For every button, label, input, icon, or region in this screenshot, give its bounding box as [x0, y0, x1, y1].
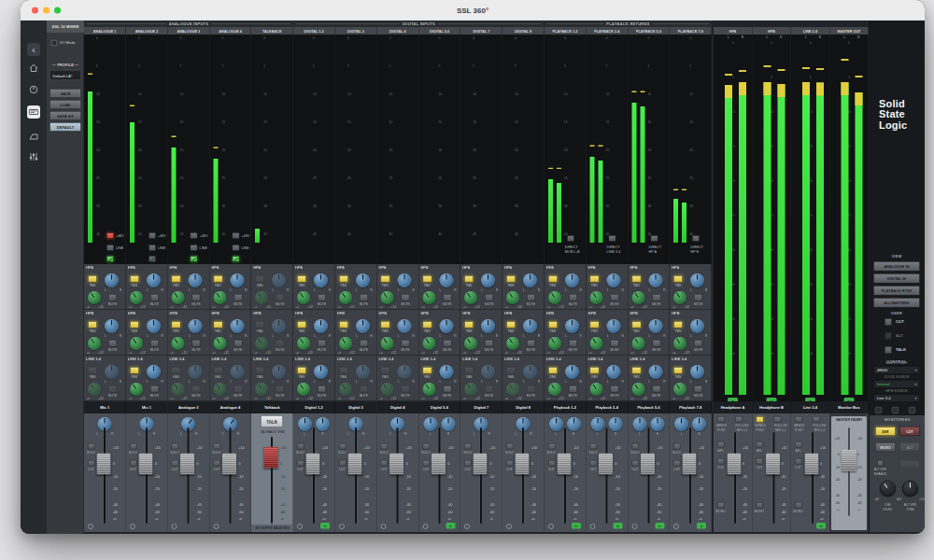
fader-handle[interactable] — [180, 454, 194, 475]
pan-enable-button[interactable] — [590, 275, 600, 283]
pan-knob[interactable] — [398, 273, 412, 287]
pan-enable-button[interactable] — [590, 321, 600, 329]
pan-enable-button[interactable] — [130, 367, 139, 374]
level-knob[interactable] — [88, 383, 101, 396]
fader-track[interactable] — [397, 427, 399, 524]
pan-enable-button[interactable] — [548, 367, 558, 374]
pan-enable-button[interactable] — [339, 367, 348, 374]
pan-knob[interactable] — [523, 365, 537, 379]
pan-knob[interactable] — [230, 319, 244, 333]
pan-knob[interactable] — [272, 319, 286, 333]
mute-button[interactable] — [234, 385, 242, 393]
channel-pan-knob-left[interactable] — [549, 417, 563, 431]
solo-button[interactable] — [422, 443, 430, 450]
mute-button[interactable] — [150, 385, 159, 393]
channel-pan-knob-left[interactable] — [423, 417, 437, 431]
level-knob[interactable] — [506, 291, 519, 304]
mute-button[interactable] — [652, 340, 660, 347]
level-knob[interactable] — [213, 383, 226, 396]
level-knob[interactable] — [422, 383, 435, 396]
mono-button[interactable] — [757, 502, 764, 509]
pan-enable-button[interactable] — [464, 321, 474, 329]
pan-enable-button[interactable] — [673, 367, 683, 374]
level-knob[interactable] — [548, 337, 561, 350]
level-knob[interactable] — [464, 291, 477, 304]
solo-button[interactable] — [381, 443, 389, 450]
fader-handle[interactable] — [389, 454, 403, 475]
view-button-analogue-in[interactable]: ANALOGUE IN — [873, 261, 920, 272]
pan-knob[interactable] — [690, 365, 704, 379]
talkback-fader-handle[interactable] — [264, 447, 278, 469]
channel-options-icon[interactable] — [213, 524, 219, 529]
pan-enable-button[interactable] — [673, 275, 683, 283]
mute-button[interactable] — [234, 340, 242, 347]
mono-button[interactable] — [717, 502, 725, 509]
mute-button[interactable] — [527, 294, 535, 301]
fader-handle[interactable] — [138, 454, 152, 475]
control-dropdown-sample-rate[interactable]: 48000▾ — [873, 366, 920, 374]
mute-button[interactable] — [360, 340, 368, 347]
fader-handle[interactable] — [557, 454, 571, 475]
mute-button[interactable] — [611, 385, 619, 393]
pan-knob[interactable] — [648, 273, 662, 287]
solo-button[interactable] — [172, 443, 179, 450]
pan-knob[interactable] — [648, 365, 662, 379]
stereo-link-icon[interactable]: ∞ — [614, 523, 623, 529]
pan-knob[interactable] — [105, 319, 119, 333]
pan-knob[interactable] — [523, 319, 537, 333]
panel-icon-2[interactable] — [892, 407, 899, 413]
mute-button[interactable] — [569, 385, 577, 393]
follow-mix-button[interactable] — [813, 416, 820, 423]
master-fader-track[interactable] — [848, 427, 850, 516]
faders-icon[interactable] — [27, 150, 40, 163]
solo-button[interactable] — [631, 443, 639, 450]
talk-button[interactable]: TALK — [261, 415, 283, 427]
fader-track[interactable] — [480, 427, 482, 524]
hpf-filter-icon[interactable] — [149, 256, 156, 262]
solo-button[interactable] — [297, 443, 304, 450]
pan-enable-button[interactable] — [130, 321, 139, 329]
mute-button[interactable] — [318, 385, 326, 393]
mute-button[interactable] — [485, 385, 493, 393]
fader-track[interactable] — [313, 427, 315, 524]
level-knob[interactable] — [506, 383, 519, 396]
fader-track[interactable] — [734, 432, 736, 524]
cut-button[interactable] — [381, 460, 389, 467]
pan-enable-button[interactable] — [673, 321, 683, 329]
pan-enable-button[interactable] — [255, 367, 264, 374]
cut-button[interactable] — [88, 460, 95, 467]
channel-options-icon[interactable] — [548, 524, 554, 529]
fader-handle[interactable] — [641, 454, 655, 475]
channel-pan-knob-left[interactable] — [298, 417, 312, 431]
mute-button[interactable] — [527, 385, 535, 393]
back-icon[interactable]: ‹ — [27, 43, 40, 56]
pan-enable-button[interactable] — [172, 367, 181, 374]
level-knob[interactable] — [506, 337, 519, 350]
stereo-link-icon[interactable]: ∞ — [655, 523, 664, 529]
mute-button[interactable] — [402, 294, 410, 301]
fader-track[interactable] — [146, 427, 148, 524]
mute-button[interactable] — [652, 294, 660, 301]
cut-button[interactable] — [631, 460, 639, 467]
level-knob[interactable] — [297, 337, 310, 350]
fader-track[interactable] — [438, 427, 440, 524]
channel-options-icon[interactable] — [172, 524, 177, 529]
fader-track[interactable] — [355, 427, 357, 524]
phantom-power-button[interactable] — [232, 232, 239, 239]
alt-spk-enable-toggle[interactable] — [877, 460, 884, 467]
channel-pan-knob-right[interactable] — [692, 417, 706, 431]
pan-enable-button[interactable] — [297, 275, 306, 283]
pan-knob[interactable] — [356, 365, 370, 379]
pan-knob[interactable] — [398, 365, 412, 379]
pan-enable-button[interactable] — [506, 321, 516, 329]
channel-pan-knob-right[interactable] — [567, 417, 581, 431]
pan-enable-button[interactable] — [631, 321, 641, 329]
pan-enable-button[interactable] — [339, 275, 348, 283]
channel-pan-knob-left[interactable] — [674, 417, 688, 431]
pan-knob[interactable] — [105, 365, 119, 379]
mute-button[interactable] — [108, 385, 117, 393]
channel-pan-knob-left[interactable] — [632, 417, 646, 431]
level-knob[interactable] — [673, 383, 686, 396]
pan-knob[interactable] — [272, 365, 286, 379]
pan-enable-button[interactable] — [339, 321, 348, 329]
